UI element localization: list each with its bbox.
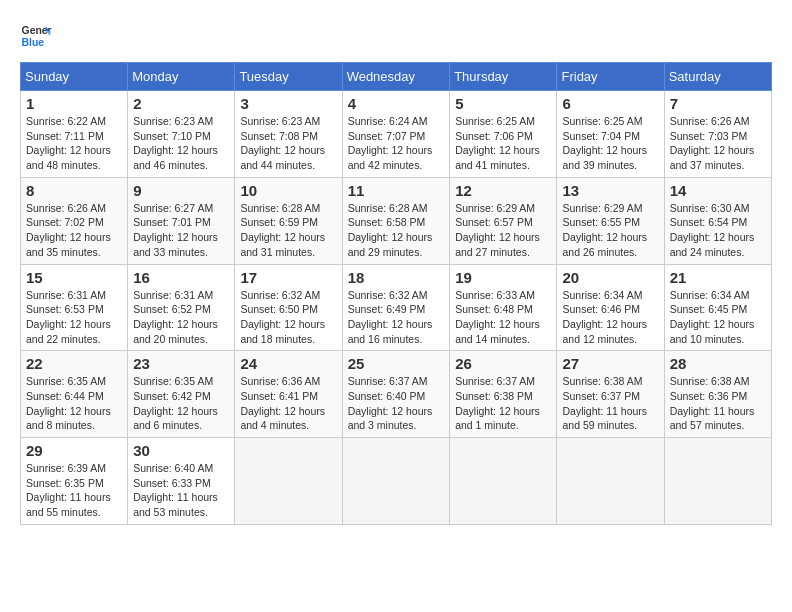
day-number: 15: [26, 269, 122, 286]
column-header-wednesday: Wednesday: [342, 63, 450, 91]
day-number: 24: [240, 355, 336, 372]
day-number: 22: [26, 355, 122, 372]
calendar-cell: [664, 438, 771, 525]
day-info: Sunrise: 6:26 AMSunset: 7:02 PMDaylight:…: [26, 201, 122, 260]
calendar-cell: 18Sunrise: 6:32 AMSunset: 6:49 PMDayligh…: [342, 264, 450, 351]
day-number: 12: [455, 182, 551, 199]
calendar-cell: 2Sunrise: 6:23 AMSunset: 7:10 PMDaylight…: [128, 91, 235, 178]
day-info: Sunrise: 6:39 AMSunset: 6:35 PMDaylight:…: [26, 461, 122, 520]
day-info: Sunrise: 6:29 AMSunset: 6:57 PMDaylight:…: [455, 201, 551, 260]
day-number: 4: [348, 95, 445, 112]
column-header-tuesday: Tuesday: [235, 63, 342, 91]
day-number: 10: [240, 182, 336, 199]
calendar-cell: [450, 438, 557, 525]
calendar-cell: 26Sunrise: 6:37 AMSunset: 6:38 PMDayligh…: [450, 351, 557, 438]
week-row-4: 22Sunrise: 6:35 AMSunset: 6:44 PMDayligh…: [21, 351, 772, 438]
day-info: Sunrise: 6:27 AMSunset: 7:01 PMDaylight:…: [133, 201, 229, 260]
day-info: Sunrise: 6:25 AMSunset: 7:04 PMDaylight:…: [562, 114, 658, 173]
column-header-friday: Friday: [557, 63, 664, 91]
day-number: 26: [455, 355, 551, 372]
calendar-table: SundayMondayTuesdayWednesdayThursdayFrid…: [20, 62, 772, 525]
day-number: 18: [348, 269, 445, 286]
calendar-cell: 20Sunrise: 6:34 AMSunset: 6:46 PMDayligh…: [557, 264, 664, 351]
logo: General Blue: [20, 20, 52, 52]
day-info: Sunrise: 6:28 AMSunset: 6:58 PMDaylight:…: [348, 201, 445, 260]
day-info: Sunrise: 6:31 AMSunset: 6:53 PMDaylight:…: [26, 288, 122, 347]
calendar-cell: 16Sunrise: 6:31 AMSunset: 6:52 PMDayligh…: [128, 264, 235, 351]
page-header: General Blue: [20, 20, 772, 52]
day-number: 25: [348, 355, 445, 372]
day-info: Sunrise: 6:26 AMSunset: 7:03 PMDaylight:…: [670, 114, 766, 173]
day-info: Sunrise: 6:32 AMSunset: 6:50 PMDaylight:…: [240, 288, 336, 347]
day-number: 30: [133, 442, 229, 459]
calendar-cell: 17Sunrise: 6:32 AMSunset: 6:50 PMDayligh…: [235, 264, 342, 351]
column-header-thursday: Thursday: [450, 63, 557, 91]
day-info: Sunrise: 6:29 AMSunset: 6:55 PMDaylight:…: [562, 201, 658, 260]
week-row-3: 15Sunrise: 6:31 AMSunset: 6:53 PMDayligh…: [21, 264, 772, 351]
day-info: Sunrise: 6:38 AMSunset: 6:36 PMDaylight:…: [670, 374, 766, 433]
calendar-cell: 4Sunrise: 6:24 AMSunset: 7:07 PMDaylight…: [342, 91, 450, 178]
calendar-cell: [342, 438, 450, 525]
day-number: 5: [455, 95, 551, 112]
calendar-cell: 9Sunrise: 6:27 AMSunset: 7:01 PMDaylight…: [128, 177, 235, 264]
calendar-cell: 21Sunrise: 6:34 AMSunset: 6:45 PMDayligh…: [664, 264, 771, 351]
day-info: Sunrise: 6:35 AMSunset: 6:44 PMDaylight:…: [26, 374, 122, 433]
calendar-cell: 23Sunrise: 6:35 AMSunset: 6:42 PMDayligh…: [128, 351, 235, 438]
calendar-cell: [235, 438, 342, 525]
day-info: Sunrise: 6:22 AMSunset: 7:11 PMDaylight:…: [26, 114, 122, 173]
calendar-cell: 12Sunrise: 6:29 AMSunset: 6:57 PMDayligh…: [450, 177, 557, 264]
day-info: Sunrise: 6:23 AMSunset: 7:08 PMDaylight:…: [240, 114, 336, 173]
day-number: 14: [670, 182, 766, 199]
day-number: 6: [562, 95, 658, 112]
calendar-cell: 19Sunrise: 6:33 AMSunset: 6:48 PMDayligh…: [450, 264, 557, 351]
header-row: SundayMondayTuesdayWednesdayThursdayFrid…: [21, 63, 772, 91]
day-info: Sunrise: 6:37 AMSunset: 6:40 PMDaylight:…: [348, 374, 445, 433]
day-number: 29: [26, 442, 122, 459]
day-number: 20: [562, 269, 658, 286]
calendar-cell: 24Sunrise: 6:36 AMSunset: 6:41 PMDayligh…: [235, 351, 342, 438]
day-number: 27: [562, 355, 658, 372]
day-info: Sunrise: 6:30 AMSunset: 6:54 PMDaylight:…: [670, 201, 766, 260]
day-info: Sunrise: 6:23 AMSunset: 7:10 PMDaylight:…: [133, 114, 229, 173]
calendar-cell: 25Sunrise: 6:37 AMSunset: 6:40 PMDayligh…: [342, 351, 450, 438]
day-info: Sunrise: 6:33 AMSunset: 6:48 PMDaylight:…: [455, 288, 551, 347]
calendar-cell: 30Sunrise: 6:40 AMSunset: 6:33 PMDayligh…: [128, 438, 235, 525]
day-info: Sunrise: 6:24 AMSunset: 7:07 PMDaylight:…: [348, 114, 445, 173]
day-number: 9: [133, 182, 229, 199]
day-number: 23: [133, 355, 229, 372]
calendar-cell: 29Sunrise: 6:39 AMSunset: 6:35 PMDayligh…: [21, 438, 128, 525]
day-info: Sunrise: 6:36 AMSunset: 6:41 PMDaylight:…: [240, 374, 336, 433]
day-number: 11: [348, 182, 445, 199]
calendar-cell: 15Sunrise: 6:31 AMSunset: 6:53 PMDayligh…: [21, 264, 128, 351]
day-number: 16: [133, 269, 229, 286]
calendar-cell: 5Sunrise: 6:25 AMSunset: 7:06 PMDaylight…: [450, 91, 557, 178]
week-row-5: 29Sunrise: 6:39 AMSunset: 6:35 PMDayligh…: [21, 438, 772, 525]
day-info: Sunrise: 6:31 AMSunset: 6:52 PMDaylight:…: [133, 288, 229, 347]
logo-icon: General Blue: [20, 20, 52, 52]
day-info: Sunrise: 6:38 AMSunset: 6:37 PMDaylight:…: [562, 374, 658, 433]
calendar-cell: 13Sunrise: 6:29 AMSunset: 6:55 PMDayligh…: [557, 177, 664, 264]
day-number: 28: [670, 355, 766, 372]
day-number: 7: [670, 95, 766, 112]
calendar-cell: [557, 438, 664, 525]
day-number: 2: [133, 95, 229, 112]
calendar-cell: 8Sunrise: 6:26 AMSunset: 7:02 PMDaylight…: [21, 177, 128, 264]
svg-text:Blue: Blue: [22, 37, 45, 48]
day-number: 21: [670, 269, 766, 286]
day-info: Sunrise: 6:35 AMSunset: 6:42 PMDaylight:…: [133, 374, 229, 433]
day-number: 8: [26, 182, 122, 199]
week-row-1: 1Sunrise: 6:22 AMSunset: 7:11 PMDaylight…: [21, 91, 772, 178]
calendar-cell: 11Sunrise: 6:28 AMSunset: 6:58 PMDayligh…: [342, 177, 450, 264]
day-number: 3: [240, 95, 336, 112]
day-info: Sunrise: 6:34 AMSunset: 6:46 PMDaylight:…: [562, 288, 658, 347]
calendar-cell: 27Sunrise: 6:38 AMSunset: 6:37 PMDayligh…: [557, 351, 664, 438]
day-number: 13: [562, 182, 658, 199]
calendar-cell: 7Sunrise: 6:26 AMSunset: 7:03 PMDaylight…: [664, 91, 771, 178]
week-row-2: 8Sunrise: 6:26 AMSunset: 7:02 PMDaylight…: [21, 177, 772, 264]
calendar-cell: 6Sunrise: 6:25 AMSunset: 7:04 PMDaylight…: [557, 91, 664, 178]
day-info: Sunrise: 6:32 AMSunset: 6:49 PMDaylight:…: [348, 288, 445, 347]
day-info: Sunrise: 6:28 AMSunset: 6:59 PMDaylight:…: [240, 201, 336, 260]
calendar-cell: 28Sunrise: 6:38 AMSunset: 6:36 PMDayligh…: [664, 351, 771, 438]
calendar-cell: 14Sunrise: 6:30 AMSunset: 6:54 PMDayligh…: [664, 177, 771, 264]
day-info: Sunrise: 6:34 AMSunset: 6:45 PMDaylight:…: [670, 288, 766, 347]
